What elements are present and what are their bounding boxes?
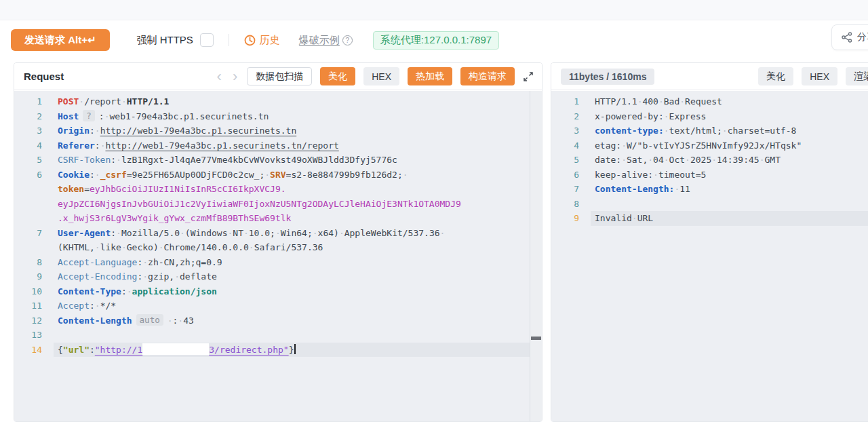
response-editor[interactable]: 1HTTP/1.1·400·Bad·Request2x-powered-by:·…	[551, 91, 868, 421]
share-nodes-icon	[842, 32, 852, 43]
history-button[interactable]: 历史	[244, 34, 280, 47]
request-title: Request	[24, 71, 64, 82]
response-hex-button[interactable]: HEX	[802, 67, 837, 85]
text-cursor	[294, 344, 296, 354]
line-number: 10	[14, 284, 54, 299]
line-number: 7	[14, 226, 54, 241]
request-scrollbar[interactable]	[530, 91, 542, 421]
code-line[interactable]: 9Invalid·URL	[551, 211, 868, 226]
main-toolbar: 发送请求 Alt+↵ 强制 HTTPS 历史 爆破示例 ? 系统代理:127.0…	[0, 20, 868, 60]
line-number: 12	[14, 313, 54, 328]
request-hex-button[interactable]: HEX	[363, 67, 399, 85]
inline-badge: auto	[136, 314, 163, 326]
construct-request-button[interactable]: 构造请求	[460, 67, 515, 85]
line-number: 6	[551, 168, 591, 183]
scrollbar-thumb[interactable]	[531, 337, 541, 340]
code-line[interactable]: 1HTTP/1.1·400·Bad·Request	[551, 94, 868, 109]
redacted-area	[142, 343, 209, 355]
window-top-strip	[0, 0, 868, 20]
code-line[interactable]: 3Origin:·http://web1-79e4a3bc.p1.securin…	[14, 123, 530, 138]
line-number: 11	[14, 299, 54, 313]
line-number: 8	[551, 197, 591, 212]
expand-icon[interactable]	[523, 71, 534, 82]
packet-scan-button[interactable]: 数据包扫描	[247, 67, 312, 85]
code-line[interactable]: 6Cookie:·_csrf=9e25FH65AUp0ODjFCD0c2cw_;…	[14, 168, 530, 183]
code-line[interactable]: 1POST·/report·HTTP/1.1	[14, 94, 530, 109]
code-line[interactable]: 7User-Agent:·Mozilla/5.0·(Windows·NT·10.…	[14, 226, 530, 241]
toolbar-divider	[229, 34, 229, 46]
line-number: 7	[551, 182, 591, 197]
line-number: 5	[14, 153, 54, 168]
response-render-button[interactable]: 渲染	[846, 67, 868, 85]
line-number: 2	[14, 109, 54, 124]
response-panel-header: 11bytes / 1610ms 美化 HEX 渲染	[551, 63, 868, 90]
force-https-checkbox[interactable]	[200, 33, 214, 47]
history-label: 历史	[260, 34, 280, 47]
share-button[interactable]: 分享	[831, 24, 868, 50]
share-label: 分享	[857, 31, 868, 43]
line-number: 8	[14, 255, 54, 270]
request-panel: Request ‹ › 数据包扫描 美化 HEX 热加载 构造请求 1POST·…	[14, 62, 542, 422]
code-line[interactable]: 7Content-Length:·11	[551, 182, 868, 197]
hot-reload-button[interactable]: 热加载	[408, 67, 452, 85]
next-request-icon[interactable]: ›	[231, 69, 239, 84]
code-line[interactable]: 8Accept-Language:·zh-CN,zh;q=0.9	[14, 255, 530, 270]
code-line[interactable]: 2x-powered-by:·Express	[551, 109, 868, 124]
line-number: 9	[14, 269, 54, 284]
line-number: 5	[551, 153, 591, 168]
code-line[interactable]: 13	[14, 328, 530, 343]
system-proxy-badge[interactable]: 系统代理:127.0.0.1:7897	[373, 31, 499, 50]
response-stats-badge: 11bytes / 1610ms	[561, 69, 654, 85]
prev-request-icon[interactable]: ‹	[216, 69, 223, 84]
code-line[interactable]: 9Accept-Encoding:·gzip,·deflate	[14, 269, 530, 284]
line-number: 1	[551, 94, 591, 109]
send-request-button[interactable]: 发送请求 Alt+↵	[11, 29, 110, 51]
code-line[interactable]: token=eyJhbGciOiJIUzI1NiIsInR5cCI6IkpXVC…	[14, 182, 530, 197]
response-panel: 11bytes / 1610ms 美化 HEX 渲染 1HTTP/1.1·400…	[551, 62, 868, 422]
code-line[interactable]: eyJpZCI6NjgsInJvbGUiOiJ1c2VyIiwiaWF0Ijox…	[14, 197, 530, 212]
clock-icon	[244, 35, 256, 46]
request-beautify-button[interactable]: 美化	[320, 67, 355, 85]
line-number: 3	[551, 123, 591, 138]
code-line[interactable]: 10Content-Type:·application/json	[14, 284, 530, 299]
force-https-label: 强制 HTTPS	[137, 34, 193, 47]
blast-example-link[interactable]: 爆破示例	[299, 34, 340, 47]
code-line[interactable]: 4Referer:·http://web1-79e4a3bc.p1.securi…	[14, 138, 530, 153]
line-number: 2	[551, 109, 591, 124]
line-number: 14	[14, 343, 54, 358]
line-number: 3	[14, 123, 54, 138]
request-editor[interactable]: 1POST·/report·HTTP/1.12Host?:·web1-79e4a…	[14, 91, 530, 421]
line-number	[14, 211, 54, 226]
line-number	[14, 240, 54, 255]
code-line[interactable]: 2Host?:·web1-79e4a3bc.p1.securinets.tn	[14, 109, 530, 124]
line-number: 6	[14, 168, 54, 183]
code-line[interactable]: 3content-type:·text/html;·charset=utf-8	[551, 123, 868, 138]
line-number	[14, 182, 54, 197]
code-line[interactable]: 5CSRF-Token:·lzB1Rgxt-Jl4qAe77Vme4kbCvWV…	[14, 153, 530, 168]
code-line[interactable]: 5date:·Sat,·04·Oct·2025·14:39:45·GMT	[551, 153, 868, 168]
code-line[interactable]: 14{"url":"http://13/redirect.php"}	[14, 343, 530, 358]
line-number: 1	[14, 94, 54, 109]
code-line[interactable]: 6keep-alive:·timeout=5	[551, 168, 868, 183]
line-number	[14, 197, 54, 212]
code-line[interactable]: .x_hwjS3r6LgV3wYgik_gYwx_czmMfB89BThSEw6…	[14, 211, 530, 226]
response-beautify-button[interactable]: 美化	[758, 67, 793, 85]
code-line[interactable]: 12Content-Lengthauto·:·43	[14, 313, 530, 328]
line-number: 13	[14, 328, 54, 343]
code-line[interactable]: (KHTML,·like·Gecko)·Chrome/140.0.0.0·Saf…	[14, 240, 530, 255]
code-line[interactable]: 8	[551, 197, 868, 212]
code-line[interactable]: 4etag:·W/"b-vtIvYJSrZ5HNvImfy92Jx/HTqsk"	[551, 138, 868, 153]
line-number: 9	[551, 211, 591, 226]
inline-badge: ?	[83, 110, 95, 121]
line-number: 4	[14, 138, 54, 153]
line-number: 4	[551, 138, 591, 153]
request-panel-header: Request ‹ › 数据包扫描 美化 HEX 热加载 构造请求	[14, 63, 542, 90]
question-circle-icon[interactable]: ?	[342, 35, 353, 45]
code-line[interactable]: 11Accept:·*/*	[14, 299, 530, 313]
